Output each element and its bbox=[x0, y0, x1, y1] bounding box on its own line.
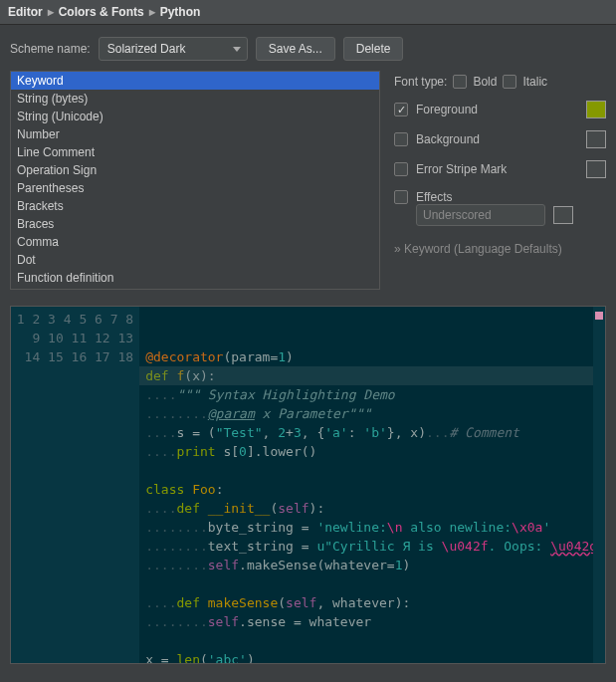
background-label: Background bbox=[416, 132, 480, 146]
category-item[interactable]: Brackets bbox=[11, 197, 379, 215]
category-item[interactable]: Keyword bbox=[11, 72, 379, 90]
scheme-row: Scheme name: Solarized Dark Save As... D… bbox=[0, 25, 616, 71]
breadcrumb-python[interactable]: Python bbox=[160, 5, 201, 19]
scheme-label: Scheme name: bbox=[10, 42, 91, 56]
error-stripe-label: Error Stripe Mark bbox=[416, 162, 507, 176]
foreground-checkbox[interactable] bbox=[394, 103, 408, 116]
error-stripe[interactable] bbox=[593, 307, 605, 663]
code-area: @decorator(param=1) def f(x): ....""" Sy… bbox=[139, 307, 605, 663]
breadcrumb-editor[interactable]: Editor bbox=[8, 5, 43, 19]
category-item[interactable]: Function definition bbox=[11, 269, 379, 287]
save-as-button[interactable]: Save As... bbox=[256, 37, 335, 61]
preview-editor[interactable]: 1 2 3 4 5 6 7 8 9 10 11 12 13 14 15 16 1… bbox=[10, 306, 606, 664]
category-list[interactable]: KeywordString (bytes)String (Unicode)Num… bbox=[10, 71, 380, 290]
breadcrumb: Editor ▸ Colors & Fonts ▸ Python bbox=[0, 0, 616, 25]
effects-label: Effects bbox=[416, 190, 452, 204]
caret-line-highlight bbox=[139, 366, 605, 385]
style-panel: Font type: Bold Italic Foreground Backgr… bbox=[394, 71, 606, 290]
foreground-label: Foreground bbox=[416, 103, 478, 116]
error-stripe-mark[interactable] bbox=[595, 312, 603, 320]
effects-checkbox[interactable] bbox=[394, 190, 408, 204]
bold-checkbox[interactable] bbox=[453, 75, 467, 89]
background-checkbox[interactable] bbox=[394, 132, 408, 146]
font-type-label: Font type: bbox=[394, 75, 447, 89]
category-item[interactable]: Comma bbox=[11, 233, 379, 251]
chevron-down-icon bbox=[233, 47, 241, 52]
background-swatch[interactable] bbox=[586, 130, 606, 148]
bold-label: Bold bbox=[473, 75, 497, 89]
effects-type-value: Underscored bbox=[423, 208, 492, 222]
breadcrumb-colors-fonts[interactable]: Colors & Fonts bbox=[59, 5, 144, 19]
effects-type-select[interactable]: Underscored bbox=[416, 204, 545, 226]
gutter: 1 2 3 4 5 6 7 8 9 10 11 12 13 14 15 16 1… bbox=[11, 307, 139, 663]
category-item[interactable]: Dot bbox=[11, 251, 379, 269]
scheme-select[interactable]: Solarized Dark bbox=[99, 37, 248, 61]
category-item[interactable]: Operation Sign bbox=[11, 161, 379, 179]
foreground-swatch[interactable] bbox=[586, 101, 606, 118]
chevron-right-icon: ▸ bbox=[46, 5, 56, 19]
category-item[interactable]: Class definition bbox=[11, 287, 379, 290]
chevron-right-icon: ▸ bbox=[147, 5, 157, 19]
error-stripe-checkbox[interactable] bbox=[394, 162, 408, 176]
italic-checkbox[interactable] bbox=[503, 75, 516, 89]
scheme-value: Solarized Dark bbox=[107, 42, 186, 56]
category-item[interactable]: String (Unicode) bbox=[11, 108, 379, 125]
category-item[interactable]: Parentheses bbox=[11, 179, 379, 197]
inherit-link[interactable]: Keyword (Language Defaults) bbox=[394, 242, 606, 256]
category-item[interactable]: Braces bbox=[11, 215, 379, 233]
delete-button[interactable]: Delete bbox=[343, 37, 404, 61]
effects-swatch[interactable] bbox=[553, 206, 573, 224]
italic-label: Italic bbox=[522, 75, 547, 89]
category-item[interactable]: String (bytes) bbox=[11, 90, 379, 108]
error-stripe-swatch[interactable] bbox=[586, 160, 606, 178]
category-item[interactable]: Number bbox=[11, 125, 379, 143]
category-item[interactable]: Line Comment bbox=[11, 143, 379, 161]
